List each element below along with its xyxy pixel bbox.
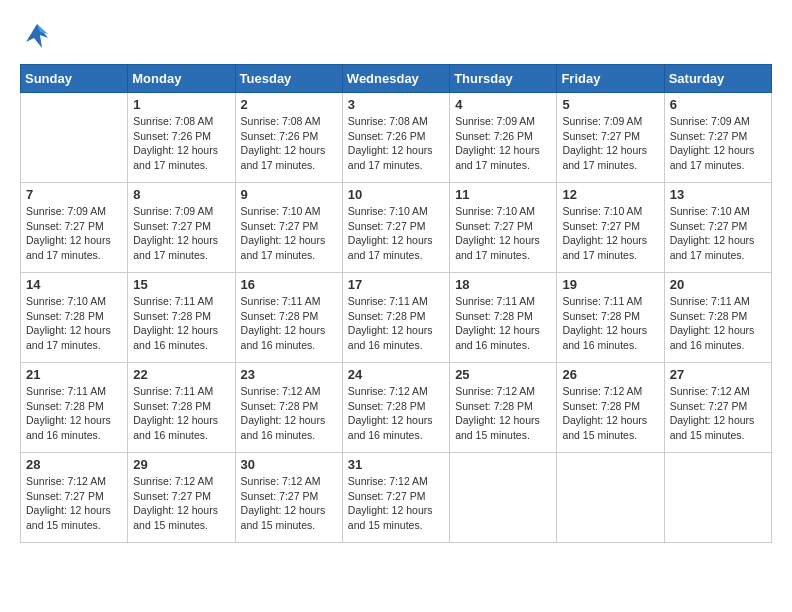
day-number: 29 [133, 457, 229, 472]
page-header [20, 20, 772, 58]
calendar-cell: 12Sunrise: 7:10 AM Sunset: 7:27 PM Dayli… [557, 183, 664, 273]
week-row-1: 1Sunrise: 7:08 AM Sunset: 7:26 PM Daylig… [21, 93, 772, 183]
calendar-cell: 22Sunrise: 7:11 AM Sunset: 7:28 PM Dayli… [128, 363, 235, 453]
day-number: 6 [670, 97, 766, 112]
day-info: Sunrise: 7:11 AM Sunset: 7:28 PM Dayligh… [348, 294, 444, 353]
day-info: Sunrise: 7:11 AM Sunset: 7:28 PM Dayligh… [562, 294, 658, 353]
day-info: Sunrise: 7:11 AM Sunset: 7:28 PM Dayligh… [133, 294, 229, 353]
day-info: Sunrise: 7:11 AM Sunset: 7:28 PM Dayligh… [241, 294, 337, 353]
day-info: Sunrise: 7:10 AM Sunset: 7:27 PM Dayligh… [455, 204, 551, 263]
day-number: 23 [241, 367, 337, 382]
calendar-cell: 13Sunrise: 7:10 AM Sunset: 7:27 PM Dayli… [664, 183, 771, 273]
logo [20, 20, 58, 58]
day-info: Sunrise: 7:12 AM Sunset: 7:28 PM Dayligh… [455, 384, 551, 443]
calendar-cell: 15Sunrise: 7:11 AM Sunset: 7:28 PM Dayli… [128, 273, 235, 363]
day-info: Sunrise: 7:10 AM Sunset: 7:27 PM Dayligh… [348, 204, 444, 263]
day-info: Sunrise: 7:12 AM Sunset: 7:28 PM Dayligh… [348, 384, 444, 443]
week-row-2: 7Sunrise: 7:09 AM Sunset: 7:27 PM Daylig… [21, 183, 772, 273]
day-info: Sunrise: 7:08 AM Sunset: 7:26 PM Dayligh… [241, 114, 337, 173]
day-number: 20 [670, 277, 766, 292]
day-number: 2 [241, 97, 337, 112]
calendar-cell [664, 453, 771, 543]
day-info: Sunrise: 7:12 AM Sunset: 7:27 PM Dayligh… [348, 474, 444, 533]
calendar-header-wednesday: Wednesday [342, 65, 449, 93]
calendar-cell: 19Sunrise: 7:11 AM Sunset: 7:28 PM Dayli… [557, 273, 664, 363]
calendar-cell: 10Sunrise: 7:10 AM Sunset: 7:27 PM Dayli… [342, 183, 449, 273]
calendar-cell: 7Sunrise: 7:09 AM Sunset: 7:27 PM Daylig… [21, 183, 128, 273]
day-number: 1 [133, 97, 229, 112]
week-row-3: 14Sunrise: 7:10 AM Sunset: 7:28 PM Dayli… [21, 273, 772, 363]
day-number: 4 [455, 97, 551, 112]
day-number: 21 [26, 367, 122, 382]
week-row-5: 28Sunrise: 7:12 AM Sunset: 7:27 PM Dayli… [21, 453, 772, 543]
day-info: Sunrise: 7:08 AM Sunset: 7:26 PM Dayligh… [348, 114, 444, 173]
calendar-cell: 31Sunrise: 7:12 AM Sunset: 7:27 PM Dayli… [342, 453, 449, 543]
day-number: 28 [26, 457, 122, 472]
calendar-header-tuesday: Tuesday [235, 65, 342, 93]
day-number: 11 [455, 187, 551, 202]
day-number: 18 [455, 277, 551, 292]
day-info: Sunrise: 7:09 AM Sunset: 7:27 PM Dayligh… [133, 204, 229, 263]
calendar-cell: 14Sunrise: 7:10 AM Sunset: 7:28 PM Dayli… [21, 273, 128, 363]
calendar-header-thursday: Thursday [450, 65, 557, 93]
day-number: 8 [133, 187, 229, 202]
calendar-cell [450, 453, 557, 543]
calendar-cell: 28Sunrise: 7:12 AM Sunset: 7:27 PM Dayli… [21, 453, 128, 543]
calendar-cell: 1Sunrise: 7:08 AM Sunset: 7:26 PM Daylig… [128, 93, 235, 183]
day-number: 10 [348, 187, 444, 202]
calendar-cell: 16Sunrise: 7:11 AM Sunset: 7:28 PM Dayli… [235, 273, 342, 363]
calendar-cell: 2Sunrise: 7:08 AM Sunset: 7:26 PM Daylig… [235, 93, 342, 183]
day-number: 7 [26, 187, 122, 202]
calendar-table: SundayMondayTuesdayWednesdayThursdayFrid… [20, 64, 772, 543]
calendar-header-saturday: Saturday [664, 65, 771, 93]
day-info: Sunrise: 7:12 AM Sunset: 7:27 PM Dayligh… [241, 474, 337, 533]
calendar-cell: 23Sunrise: 7:12 AM Sunset: 7:28 PM Dayli… [235, 363, 342, 453]
calendar-cell: 21Sunrise: 7:11 AM Sunset: 7:28 PM Dayli… [21, 363, 128, 453]
day-info: Sunrise: 7:11 AM Sunset: 7:28 PM Dayligh… [133, 384, 229, 443]
day-number: 27 [670, 367, 766, 382]
day-info: Sunrise: 7:09 AM Sunset: 7:26 PM Dayligh… [455, 114, 551, 173]
calendar-cell: 26Sunrise: 7:12 AM Sunset: 7:28 PM Dayli… [557, 363, 664, 453]
day-info: Sunrise: 7:11 AM Sunset: 7:28 PM Dayligh… [26, 384, 122, 443]
calendar-cell: 29Sunrise: 7:12 AM Sunset: 7:27 PM Dayli… [128, 453, 235, 543]
day-number: 26 [562, 367, 658, 382]
day-number: 14 [26, 277, 122, 292]
calendar-cell: 25Sunrise: 7:12 AM Sunset: 7:28 PM Dayli… [450, 363, 557, 453]
calendar-cell: 5Sunrise: 7:09 AM Sunset: 7:27 PM Daylig… [557, 93, 664, 183]
day-info: Sunrise: 7:12 AM Sunset: 7:28 PM Dayligh… [241, 384, 337, 443]
day-number: 3 [348, 97, 444, 112]
logo-bird-icon [20, 20, 54, 58]
day-number: 16 [241, 277, 337, 292]
day-number: 13 [670, 187, 766, 202]
day-info: Sunrise: 7:09 AM Sunset: 7:27 PM Dayligh… [26, 204, 122, 263]
calendar-cell: 9Sunrise: 7:10 AM Sunset: 7:27 PM Daylig… [235, 183, 342, 273]
day-number: 12 [562, 187, 658, 202]
calendar-header-friday: Friday [557, 65, 664, 93]
calendar-header-row: SundayMondayTuesdayWednesdayThursdayFrid… [21, 65, 772, 93]
calendar-cell: 4Sunrise: 7:09 AM Sunset: 7:26 PM Daylig… [450, 93, 557, 183]
day-info: Sunrise: 7:10 AM Sunset: 7:27 PM Dayligh… [241, 204, 337, 263]
calendar-cell: 30Sunrise: 7:12 AM Sunset: 7:27 PM Dayli… [235, 453, 342, 543]
calendar-cell: 27Sunrise: 7:12 AM Sunset: 7:27 PM Dayli… [664, 363, 771, 453]
week-row-4: 21Sunrise: 7:11 AM Sunset: 7:28 PM Dayli… [21, 363, 772, 453]
calendar-cell [21, 93, 128, 183]
day-number: 30 [241, 457, 337, 472]
day-info: Sunrise: 7:09 AM Sunset: 7:27 PM Dayligh… [670, 114, 766, 173]
day-number: 17 [348, 277, 444, 292]
calendar-cell [557, 453, 664, 543]
day-number: 19 [562, 277, 658, 292]
day-number: 15 [133, 277, 229, 292]
day-info: Sunrise: 7:09 AM Sunset: 7:27 PM Dayligh… [562, 114, 658, 173]
day-info: Sunrise: 7:11 AM Sunset: 7:28 PM Dayligh… [670, 294, 766, 353]
calendar-header-sunday: Sunday [21, 65, 128, 93]
day-info: Sunrise: 7:10 AM Sunset: 7:28 PM Dayligh… [26, 294, 122, 353]
day-info: Sunrise: 7:12 AM Sunset: 7:27 PM Dayligh… [133, 474, 229, 533]
calendar-cell: 17Sunrise: 7:11 AM Sunset: 7:28 PM Dayli… [342, 273, 449, 363]
day-number: 24 [348, 367, 444, 382]
day-number: 25 [455, 367, 551, 382]
day-info: Sunrise: 7:08 AM Sunset: 7:26 PM Dayligh… [133, 114, 229, 173]
svg-marker-0 [26, 24, 48, 48]
calendar-cell: 18Sunrise: 7:11 AM Sunset: 7:28 PM Dayli… [450, 273, 557, 363]
calendar-cell: 8Sunrise: 7:09 AM Sunset: 7:27 PM Daylig… [128, 183, 235, 273]
calendar-cell: 20Sunrise: 7:11 AM Sunset: 7:28 PM Dayli… [664, 273, 771, 363]
